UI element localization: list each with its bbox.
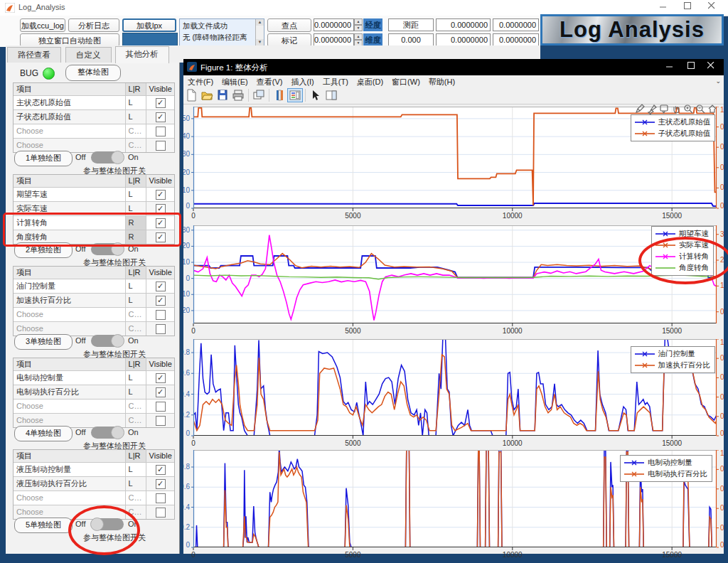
- item-label[interactable]: 实际车速: [14, 202, 126, 215]
- visible-checkbox[interactable]: [156, 324, 166, 334]
- item-label[interactable]: Choose: [14, 308, 126, 321]
- legend-entry[interactable]: 电制动执行百分比: [623, 468, 707, 480]
- legend-entry[interactable]: 电制动控制量: [623, 457, 707, 468]
- individual-plot-button-4[interactable]: 4单独绘图: [14, 426, 73, 441]
- legend-entry[interactable]: 子状态机原始值: [634, 128, 711, 139]
- check-point-value[interactable]: 0.0000000: [314, 18, 354, 31]
- lr-value[interactable]: C…: [126, 400, 147, 413]
- item-label[interactable]: 油门控制量: [14, 279, 126, 293]
- individual-plot-button-2[interactable]: 2单独绘图: [14, 242, 73, 258]
- visible-checkbox[interactable]: [156, 493, 166, 503]
- item-label[interactable]: 主状态机原始值: [14, 96, 126, 109]
- minimize-icon[interactable]: [653, 2, 674, 14]
- legend[interactable]: 电制动控制量电制动执行百分比: [620, 455, 712, 482]
- legend-entry[interactable]: 期望车速: [655, 228, 709, 240]
- legend-entry[interactable]: 油门控制量: [634, 348, 711, 360]
- copy-figure-icon[interactable]: [252, 89, 266, 102]
- lr-value[interactable]: L: [126, 96, 147, 109]
- visible-checkbox[interactable]: [156, 508, 166, 518]
- participate-toggle[interactable]: [91, 427, 124, 439]
- legend-entry[interactable]: 角度转角: [655, 262, 709, 274]
- legend[interactable]: 期望车速实际车速计算转角角度转角: [651, 226, 714, 276]
- new-file-icon[interactable]: [184, 89, 198, 102]
- print-icon[interactable]: [231, 89, 245, 102]
- item-label[interactable]: 加速执行百分比: [14, 294, 126, 307]
- datatip-icon[interactable]: [658, 107, 670, 116]
- legend[interactable]: 主状态机原始值子状态机原始值: [631, 114, 716, 141]
- insert-legend-icon[interactable]: [288, 89, 302, 102]
- visible-checkbox[interactable]: ✓: [156, 232, 166, 242]
- lr-value[interactable]: L: [126, 463, 147, 476]
- status-listbox[interactable]: 加载文件成功 无 (障碍物路径距离 ▲ ▼: [179, 18, 264, 46]
- lr-value[interactable]: L: [126, 188, 147, 201]
- item-label[interactable]: 电制动控制量: [14, 371, 126, 385]
- participate-toggle[interactable]: [91, 518, 124, 530]
- toggle-knob[interactable]: [111, 242, 124, 256]
- visible-checkbox[interactable]: ✓: [156, 465, 166, 475]
- item-label[interactable]: 期望车速: [14, 188, 126, 201]
- item-label[interactable]: 电制动执行百分比: [14, 385, 126, 399]
- legend-entry[interactable]: 实际车速: [655, 240, 709, 251]
- lr-value[interactable]: C…: [126, 322, 147, 336]
- lr-value[interactable]: R: [126, 230, 147, 244]
- visible-checkbox[interactable]: ✓: [156, 204, 166, 214]
- check-point-spinner[interactable]: ▲▼: [354, 18, 363, 31]
- subplot-2[interactable]: 050001000015000302010010203020100: [183, 225, 724, 338]
- range-button[interactable]: 测距: [388, 18, 434, 31]
- close-icon[interactable]: [701, 2, 722, 14]
- tab-其他分析[interactable]: 其他分析: [115, 46, 169, 63]
- lr-value[interactable]: C…: [126, 414, 147, 427]
- visible-checkbox[interactable]: [156, 310, 166, 320]
- pan-icon[interactable]: [670, 107, 682, 116]
- save-file-icon[interactable]: [215, 89, 230, 102]
- individual-plot-button-5[interactable]: 5单独绘图: [14, 518, 73, 533]
- lr-value[interactable]: L: [126, 371, 147, 385]
- lr-value[interactable]: L: [126, 202, 147, 215]
- visible-checkbox[interactable]: [156, 402, 166, 412]
- lr-value[interactable]: C…: [126, 124, 147, 138]
- analyze-log-button[interactable]: 分析日志: [68, 18, 119, 32]
- legend[interactable]: 油门控制量加速执行百分比: [631, 346, 716, 373]
- figure-maximize-icon[interactable]: [681, 62, 701, 73]
- legend-entry[interactable]: 加速执行百分比: [634, 360, 711, 371]
- item-label[interactable]: Choose: [14, 124, 126, 138]
- visible-checkbox[interactable]: ✓: [156, 218, 166, 228]
- status-scrollbar[interactable]: ▲ ▼: [255, 19, 264, 45]
- visible-checkbox[interactable]: ✓: [156, 387, 166, 397]
- visible-checkbox[interactable]: [156, 141, 166, 151]
- participate-toggle[interactable]: [91, 335, 124, 347]
- item-label[interactable]: Choose: [14, 491, 126, 505]
- visible-checkbox[interactable]: [156, 127, 166, 136]
- visible-checkbox[interactable]: ✓: [156, 479, 166, 489]
- toggle-knob[interactable]: [111, 151, 124, 164]
- lr-value[interactable]: C…: [126, 308, 147, 321]
- visible-checkbox[interactable]: ✓: [156, 112, 166, 122]
- visible-checkbox[interactable]: [156, 416, 166, 426]
- visible-checkbox[interactable]: ✓: [156, 373, 166, 383]
- lr-value[interactable]: L: [126, 279, 147, 293]
- participate-toggle[interactable]: [91, 243, 124, 255]
- legend-entry[interactable]: 主状态机原始值: [634, 117, 711, 128]
- individual-plot-button-3[interactable]: 3单独绘图: [14, 334, 73, 350]
- visible-checkbox[interactable]: ✓: [156, 98, 166, 108]
- load-ipx-button[interactable]: 加载lpx: [122, 18, 176, 32]
- visible-checkbox[interactable]: ✓: [156, 190, 166, 200]
- lr-value[interactable]: C…: [126, 139, 147, 152]
- arrow-cursor-icon[interactable]: [309, 89, 323, 102]
- lr-value[interactable]: L: [126, 294, 147, 307]
- scroll-up-icon[interactable]: ▲: [256, 19, 264, 26]
- maximize-icon[interactable]: [677, 2, 698, 14]
- mark-value[interactable]: 0.0000000: [314, 33, 354, 46]
- scroll-down-icon[interactable]: ▼: [256, 39, 264, 45]
- lr-value[interactable]: R: [126, 216, 147, 230]
- tab-自定义[interactable]: 自定义: [65, 47, 112, 63]
- figure-titlebar[interactable]: Figure 1: 整体分析: [183, 59, 724, 75]
- item-label[interactable]: 子状态机原始值: [14, 110, 126, 124]
- overall-plot-button[interactable]: 整体绘图: [65, 65, 121, 81]
- zoom-out-icon[interactable]: [694, 107, 706, 116]
- lr-value[interactable]: L: [126, 110, 147, 124]
- menubar-collapse-icon[interactable]: ⌄: [715, 77, 721, 85]
- lr-value[interactable]: C…: [126, 491, 147, 505]
- item-label[interactable]: Choose: [14, 400, 126, 413]
- restore-view-icon[interactable]: [706, 107, 718, 116]
